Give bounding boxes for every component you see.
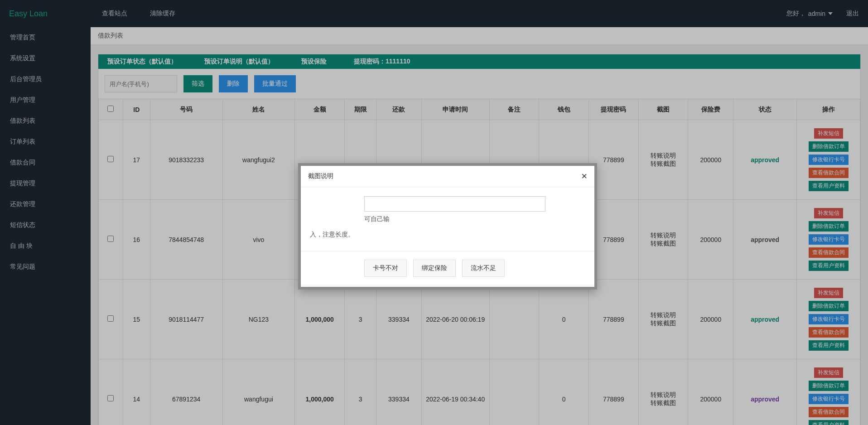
quick-low-flow-button[interactable]: 流水不足	[462, 260, 505, 277]
quick-bind-insurance-button[interactable]: 绑定保险	[413, 260, 456, 277]
modal-header: 截图说明 ×	[301, 166, 594, 187]
hint-line2: 入，注意长度。	[310, 227, 545, 242]
modal-title: 截图说明	[308, 172, 333, 180]
screenshot-desc-modal: 截图说明 × 可自己输 入，注意长度。 卡号不对 绑定保险 流水不足 确认	[298, 163, 597, 290]
modal-confirm-row: 确认	[301, 285, 594, 287]
close-icon[interactable]: ×	[581, 171, 587, 181]
desc-input[interactable]	[364, 196, 545, 212]
hint-tail: 可自己输	[364, 215, 390, 222]
modal-quick-buttons: 卡号不对 绑定保险 流水不足	[301, 251, 594, 285]
modal-body: 可自己输 入，注意长度。 卡号不对 绑定保险 流水不足 确认	[301, 187, 594, 287]
modal-input-section: 可自己输 入，注意长度。	[301, 187, 594, 251]
quick-card-wrong-button[interactable]: 卡号不对	[364, 260, 407, 277]
